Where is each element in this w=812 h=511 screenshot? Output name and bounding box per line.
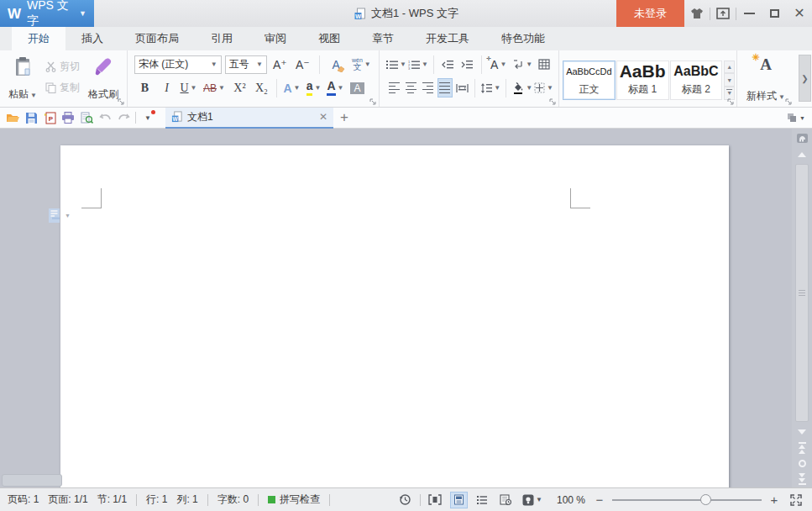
borders-button[interactable]: ▼ — [534, 78, 553, 97]
export-pdf-button[interactable]: P — [40, 108, 59, 127]
print-preview-button[interactable] — [77, 108, 96, 127]
tab-review[interactable]: 审阅 — [249, 27, 302, 50]
show-marks-button[interactable]: ▼ — [512, 55, 534, 74]
web-layout-button[interactable] — [497, 492, 515, 508]
fullscreen-view-button[interactable] — [427, 492, 444, 508]
scroll-down-button[interactable] — [794, 424, 810, 440]
underline-button[interactable]: U ▼ — [178, 78, 199, 97]
open-button[interactable] — [3, 108, 22, 127]
tab-references[interactable]: 引用 — [195, 27, 249, 50]
tab-special-features[interactable]: 特色功能 — [485, 27, 561, 50]
grow-font-button[interactable]: A⁺ — [270, 55, 290, 74]
style-heading1[interactable]: AaBb 标题 1 — [616, 61, 669, 100]
close-tab-icon[interactable]: ✕ — [319, 111, 327, 123]
zoom-slider[interactable] — [612, 494, 762, 506]
print-button[interactable] — [59, 108, 77, 127]
expand-arrows-icon — [790, 494, 802, 506]
paste-button[interactable]: 粘贴▼ — [7, 55, 39, 105]
dialog-launcher-icon[interactable] — [369, 98, 376, 105]
text-to-table-button[interactable] — [536, 55, 553, 74]
numbering-button[interactable]: 1 2 3 ▼ — [408, 55, 428, 74]
previous-page-button[interactable] — [794, 440, 810, 456]
minimize-button[interactable] — [736, 0, 762, 27]
cut-button[interactable]: 剪切 — [45, 60, 80, 74]
italic-button[interactable]: I — [156, 78, 177, 97]
document-page[interactable] — [60, 145, 729, 487]
distribute-button[interactable] — [454, 78, 469, 97]
tab-section[interactable]: 章节 — [356, 27, 410, 50]
document-assistant-button[interactable]: ▼ — [47, 208, 71, 224]
highlight-button[interactable]: a ▼ — [303, 78, 324, 97]
strikethrough-button[interactable]: AB ▼ — [200, 78, 228, 97]
undo-button[interactable] — [96, 108, 114, 127]
text-effects-button[interactable]: A▼ — [281, 78, 302, 97]
decrease-indent-button[interactable] — [439, 55, 457, 74]
zoom-in-button[interactable]: + — [767, 493, 781, 507]
format-painter-button[interactable]: 格式刷 — [86, 55, 120, 105]
shrink-font-button[interactable]: A⁻ — [293, 55, 312, 74]
select-browse-object-button[interactable] — [794, 456, 810, 471]
style-normal[interactable]: AaBbCcDd 正文 — [563, 61, 616, 100]
line-spacing-button[interactable]: ▼ — [480, 78, 500, 97]
style-heading2[interactable]: AaBbC 标题 2 — [670, 61, 723, 100]
wps-menu-button[interactable]: W WPS 文字 ▼ — [0, 0, 94, 27]
next-page-button[interactable] — [794, 471, 810, 487]
bullets-button[interactable]: ▼ — [386, 55, 406, 74]
align-right-button[interactable] — [420, 78, 435, 97]
zoom-slider-thumb[interactable] — [700, 494, 711, 505]
skin-button[interactable] — [684, 0, 710, 27]
page-view-button[interactable] — [450, 492, 468, 508]
tab-developer[interactable]: 开发工具 — [410, 27, 485, 50]
tab-home[interactable]: 开始 — [12, 27, 65, 50]
new-tab-button[interactable]: + — [333, 108, 355, 129]
clear-formatting-button[interactable]: A — [327, 55, 346, 74]
styles-scroll-up-button[interactable]: ▲ — [724, 61, 735, 74]
zoom-out-button[interactable]: − — [593, 493, 606, 507]
superscript-button[interactable]: X² — [229, 78, 250, 97]
increase-indent-button[interactable] — [458, 55, 476, 74]
dialog-launcher-icon[interactable] — [118, 98, 124, 105]
tab-page-layout[interactable]: 页面布局 — [119, 27, 195, 50]
login-button[interactable]: 未登录 — [616, 0, 684, 27]
dialog-launcher-icon[interactable] — [549, 98, 556, 105]
fit-page-button[interactable] — [787, 492, 804, 508]
horizontal-scrollbar-thumb[interactable] — [2, 474, 62, 487]
font-size-select[interactable]: 五号 ▼ — [225, 55, 267, 74]
maximize-button[interactable] — [762, 0, 787, 27]
copy-button[interactable]: 复制 — [45, 81, 80, 95]
text-tool-button[interactable]: A✛ ▼ — [487, 55, 511, 74]
history-button[interactable] — [396, 492, 414, 508]
scroll-up-button[interactable] — [794, 146, 810, 162]
align-left-button[interactable] — [386, 78, 401, 97]
character-shading-button[interactable]: A — [347, 78, 368, 97]
close-button[interactable]: ✕ — [787, 0, 812, 27]
spellcheck-status[interactable]: 拼写检查 — [268, 493, 320, 507]
phonetic-guide-button[interactable]: wén 文 ▼ — [349, 55, 374, 74]
styles-scroll-down-button[interactable]: ▼ — [724, 73, 735, 87]
font-family-select[interactable]: 宋体 (正文) ▼ — [134, 55, 222, 74]
ribbon-expand-button[interactable]: ❯ — [799, 55, 811, 102]
dialog-launcher-icon[interactable] — [727, 98, 734, 105]
shading-button[interactable]: ▼ — [511, 78, 532, 97]
subscript-button[interactable]: X₂ — [251, 78, 272, 97]
justify-button[interactable] — [437, 78, 453, 97]
align-center-button[interactable] — [403, 78, 418, 97]
tab-view[interactable]: 视图 — [302, 27, 356, 50]
save-button[interactable] — [22, 108, 40, 127]
redo-button[interactable] — [114, 108, 133, 127]
status-word-count[interactable]: 字数: 0 — [217, 493, 249, 507]
vertical-scrollbar-thumb[interactable] — [795, 164, 809, 422]
customize-toolbar-button[interactable]: ▼ — [139, 108, 157, 127]
hide-ribbon-button[interactable] — [710, 0, 736, 27]
outline-view-button[interactable] — [474, 492, 491, 508]
eye-protection-button[interactable]: ▼ — [521, 492, 544, 508]
tab-insert[interactable]: 插入 — [65, 27, 119, 50]
font-color-button[interactable]: A ▼ — [325, 78, 346, 97]
bold-button[interactable]: B — [134, 78, 155, 97]
vertical-scrollbar[interactable] — [792, 129, 812, 487]
new-style-button[interactable]: 新样式▼ — [747, 89, 785, 103]
sidebar-panel-button[interactable] — [794, 130, 810, 146]
document-tab[interactable]: W 文档1 ✕ — [165, 108, 333, 129]
task-window-switch-button[interactable]: ▼ — [787, 108, 805, 127]
dialog-launcher-icon[interactable] — [785, 98, 792, 105]
